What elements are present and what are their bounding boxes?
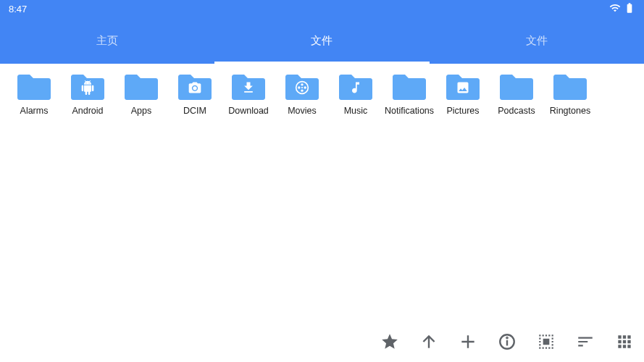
folder-icon (338, 71, 374, 103)
folder-icon (70, 71, 106, 103)
folder-item[interactable]: Music (329, 70, 382, 116)
svg-point-4 (304, 86, 306, 88)
sort-button[interactable] (576, 332, 595, 351)
folder-label: Pictures (446, 106, 479, 116)
folder-icon (498, 71, 535, 103)
folder-icon (552, 71, 588, 103)
android-icon (80, 80, 95, 95)
wifi-icon (609, 2, 621, 16)
folder-item[interactable]: Pictures (436, 70, 490, 116)
svg-point-6 (301, 87, 303, 88)
tab-label: 主页 (96, 34, 118, 48)
svg-point-9 (506, 337, 507, 338)
svg-point-5 (301, 89, 303, 91)
folder-label: Download (228, 106, 269, 116)
folder-item[interactable]: Alarms (7, 70, 61, 116)
music-icon (348, 80, 363, 95)
folder-label: Ringtones (550, 106, 590, 116)
tab-files-2[interactable]: 文件 (430, 17, 644, 64)
folder-label: Android (72, 106, 103, 116)
folder-item[interactable]: Movies (275, 70, 329, 116)
folder-label: Alarms (20, 106, 49, 116)
svg-point-3 (298, 86, 300, 88)
folder-icon (230, 71, 267, 103)
tab-files-1[interactable]: 文件 (214, 17, 429, 64)
select-button[interactable] (537, 332, 556, 351)
camera-icon (188, 80, 202, 95)
svg-point-0 (193, 86, 196, 90)
status-time: 8:47 (9, 4, 27, 14)
status-bar: 8:47 (0, 0, 644, 17)
folder-label: Podcasts (498, 106, 535, 116)
folder-icon (391, 71, 427, 103)
picture-icon (456, 80, 470, 95)
up-button[interactable] (419, 332, 438, 351)
folder-icon (123, 71, 159, 103)
folder-label: Music (344, 106, 368, 116)
tab-label: 文件 (311, 34, 333, 48)
folder-item[interactable]: Podcasts (490, 70, 543, 116)
info-button[interactable] (498, 332, 517, 351)
folder-label: Notifications (385, 106, 434, 116)
folder-icon (445, 71, 481, 103)
favorite-button[interactable] (380, 332, 399, 351)
folder-label: Movies (288, 106, 317, 116)
folder-item[interactable]: DCIM (168, 70, 222, 116)
folder-item[interactable]: Ringtones (543, 70, 597, 116)
folder-item[interactable]: Apps (114, 70, 168, 116)
status-right (609, 2, 635, 16)
download-icon (241, 80, 256, 95)
svg-point-2 (301, 83, 303, 85)
battery-icon (624, 2, 635, 16)
tab-home[interactable]: 主页 (0, 17, 214, 64)
file-grid-content: AlarmsAndroidAppsDCIMDownloadMoviesMusic… (0, 64, 644, 321)
folder-label: Apps (131, 106, 152, 116)
tab-bar: 主页 文件 文件 (0, 17, 644, 64)
folder-label: DCIM (183, 106, 206, 116)
folder-item[interactable]: Notifications (382, 70, 436, 116)
movie-icon (295, 80, 309, 95)
folder-grid: AlarmsAndroidAppsDCIMDownloadMoviesMusic… (7, 70, 637, 116)
tab-label: 文件 (526, 34, 548, 48)
bottom-toolbar (0, 321, 644, 362)
folder-item[interactable]: Download (222, 70, 275, 116)
view-button[interactable] (615, 332, 634, 351)
folder-icon (284, 71, 320, 103)
folder-icon (177, 71, 213, 103)
folder-icon (16, 71, 52, 103)
add-button[interactable] (459, 332, 477, 351)
folder-item[interactable]: Android (61, 70, 114, 116)
